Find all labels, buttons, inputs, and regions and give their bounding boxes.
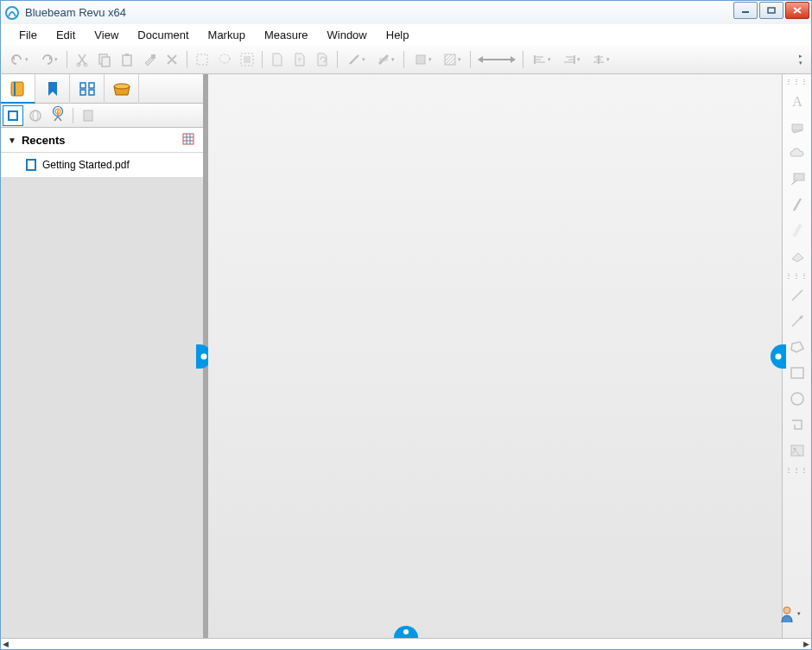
svg-rect-13 [244, 56, 251, 63]
svg-rect-44 [84, 110, 92, 121]
close-button[interactable] [785, 2, 809, 19]
select-rect-button[interactable] [193, 50, 212, 69]
svg-rect-2 [768, 8, 775, 13]
toolbar-overflow-button[interactable]: ▸▾ [796, 50, 806, 69]
align-left-button[interactable]: ▾ [529, 50, 555, 69]
svg-rect-7 [123, 55, 131, 66]
svg-line-54 [792, 290, 802, 300]
svg-rect-56 [791, 368, 803, 378]
menu-help[interactable]: Help [377, 26, 419, 44]
menu-view[interactable]: View [85, 26, 128, 44]
cloud-tool-button[interactable] [787, 142, 808, 163]
cut-button[interactable] [73, 50, 92, 69]
menu-markup[interactable]: Markup [199, 26, 255, 44]
callout-tool-button[interactable] [787, 168, 808, 189]
polygon-tool-button[interactable] [787, 337, 808, 357]
right-toolbar: ⋮⋮⋮ A ⋮⋮⋮ ⋮⋮⋮ [782, 74, 811, 638]
svg-rect-45 [183, 134, 193, 144]
dimension-tool-button[interactable] [476, 50, 517, 69]
tab-bookmarks[interactable] [35, 74, 70, 104]
menu-window[interactable]: Window [318, 26, 377, 44]
svg-rect-32 [14, 82, 16, 96]
svg-rect-9 [151, 54, 155, 59]
subtab-recents[interactable] [25, 105, 46, 126]
select-lasso-button[interactable] [215, 50, 234, 69]
svg-rect-33 [80, 83, 86, 88]
svg-rect-51 [28, 161, 35, 169]
line-tool-button[interactable] [787, 285, 808, 306]
highlighter-tool-button[interactable] [787, 220, 808, 241]
file-item[interactable]: Getting Started.pdf [1, 156, 203, 174]
tab-file-access[interactable] [1, 74, 35, 104]
highlight-tool-button[interactable]: ▾ [372, 50, 398, 69]
title-bar: Bluebeam Revu x64 [0, 0, 812, 24]
paste-button[interactable] [117, 50, 136, 69]
svg-point-57 [791, 393, 803, 405]
copy-button[interactable] [95, 50, 114, 69]
subtab-studio[interactable] [48, 105, 68, 126]
file-list: Getting Started.pdf [1, 153, 203, 177]
drag-grip-icon: ⋮⋮⋮ [785, 78, 809, 85]
svg-text:+: + [297, 55, 301, 64]
pdf-file-icon [25, 158, 39, 172]
select-all-button[interactable] [238, 50, 257, 69]
document-canvas[interactable] [208, 74, 782, 638]
align-center-button[interactable]: ▾ [587, 50, 613, 69]
file-name: Getting Started.pdf [42, 159, 130, 171]
shape-tool-button[interactable]: ▾ [409, 50, 435, 69]
menu-file[interactable]: File [10, 26, 47, 44]
arrow-tool-button[interactable] [787, 311, 808, 331]
section-label: Recents [22, 134, 182, 147]
menu-edit[interactable]: Edit [47, 26, 85, 44]
svg-text:A: A [792, 94, 802, 109]
svg-rect-31 [11, 82, 23, 96]
tab-tool-chest[interactable] [105, 74, 139, 104]
ellipse-tool-button[interactable] [787, 388, 808, 409]
eraser-tool-button[interactable] [787, 246, 808, 267]
polyline-tool-button[interactable] [787, 414, 808, 435]
subtab-explorer[interactable] [3, 105, 23, 126]
image-tool-button[interactable] [787, 440, 808, 461]
app-logo-icon [4, 5, 20, 21]
section-settings-icon[interactable] [182, 133, 196, 147]
svg-point-41 [33, 110, 38, 121]
svg-rect-36 [89, 90, 94, 95]
format-painter-button[interactable] [140, 50, 159, 69]
new-page-button[interactable]: + [290, 50, 309, 69]
menu-document[interactable]: Document [128, 26, 198, 44]
subtab-recent-docs[interactable] [78, 105, 98, 126]
rotate-page-button[interactable] [313, 50, 332, 69]
svg-point-60 [783, 607, 790, 614]
drag-grip-icon: ⋮⋮⋮ [785, 272, 809, 280]
rectangle-tool-button[interactable] [787, 363, 808, 383]
svg-rect-8 [125, 54, 129, 56]
hatch-tool-button[interactable]: ▾ [439, 50, 465, 69]
align-right-button[interactable]: ▾ [558, 50, 584, 69]
window-title: Bluebeam Revu x64 [25, 6, 126, 19]
text-tool-button[interactable]: A [787, 91, 808, 111]
scroll-right-button[interactable]: ▶ [803, 640, 809, 648]
svg-rect-53 [794, 174, 804, 180]
tab-thumbnails[interactable] [70, 74, 105, 104]
new-doc-button[interactable] [268, 50, 287, 69]
drag-grip-icon: ⋮⋮⋮ [785, 466, 809, 474]
maximize-button[interactable] [759, 2, 783, 19]
pen-tool-button[interactable]: ▾ [343, 50, 369, 69]
redo-button[interactable]: ▾ [35, 50, 61, 69]
expand-toggle-icon[interactable]: ▼ [8, 136, 16, 145]
undo-button[interactable]: ▾ [6, 50, 32, 69]
stamp-tool-button[interactable] [787, 117, 808, 137]
pen2-tool-button[interactable] [787, 194, 808, 215]
svg-point-40 [30, 110, 41, 121]
profile-button[interactable]: ▾ [779, 605, 801, 622]
bottom-bar: ◀ ▶ [0, 638, 812, 650]
scroll-left-button[interactable]: ◀ [3, 640, 9, 648]
svg-rect-39 [10, 112, 16, 119]
svg-rect-16 [416, 55, 425, 64]
menu-measure[interactable]: Measure [255, 26, 318, 44]
svg-point-0 [6, 7, 18, 19]
menu-bar: File Edit View Document Markup Measure W… [0, 24, 812, 45]
delete-button[interactable] [162, 50, 181, 69]
sub-tabs [1, 104, 203, 128]
minimize-button[interactable] [733, 2, 758, 19]
